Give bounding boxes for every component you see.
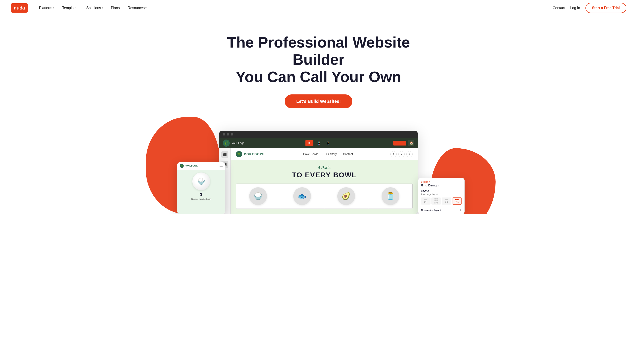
sidebar-layers-icon[interactable]: ⬛ — [221, 151, 228, 158]
bowl-section: 4 Parts TO EVERY BOWL 🍚 🐟 🥑 � — [231, 160, 418, 214]
settings-rearrange-label: Rearrange layout — [421, 193, 462, 196]
phone-header: 🌿 POKEBOWL — [177, 162, 225, 170]
bowl-image-fish: 🐟 — [293, 187, 311, 205]
settings-arrow-icon: ▼ — [460, 209, 462, 211]
social-instagram-icon: ◎ — [406, 151, 413, 157]
solutions-chevron-icon: ▾ — [102, 7, 103, 9]
hero-cta-button[interactable]: Let's Build Websites! — [285, 94, 352, 108]
resources-chevron-icon: ▾ — [145, 7, 147, 9]
bowl-image-rice: 🍚 — [249, 187, 267, 205]
social-facebook-icon: f — [391, 151, 397, 157]
device-mobile-icon[interactable]: 📱 — [324, 140, 332, 146]
bowl-item-4: 🫙 — [368, 184, 412, 208]
bowl-image-sauce: 🫙 — [382, 187, 399, 205]
website-content: 🌿 POKEBOWL Poké Bowls Our Story Contact … — [231, 148, 418, 214]
nav-resources[interactable]: Resources ▾ — [125, 4, 150, 12]
bowl-image-avocado: 🥑 — [337, 187, 355, 205]
phone-mockup: 🌿 POKEBOWL 🍚 1 Rice or noodle base — [177, 162, 225, 214]
bowl-subtitle: 4 Parts — [236, 166, 413, 170]
phone-logo-icon: 🌿 — [180, 164, 184, 168]
phone-bowl-text: Rice or noodle base — [180, 198, 223, 200]
nav-templates[interactable]: Templates — [59, 4, 82, 12]
nav-contact[interactable]: Contact — [553, 6, 565, 10]
editor-logo-icon: 🌿 — [223, 140, 230, 146]
settings-panel: Section > Grid Design Layout Rearrange l… — [418, 178, 465, 214]
site-nav-links: Poké Bowls Our Story Contact — [303, 152, 353, 156]
site-nav-logo: 🌿 POKEBOWL — [236, 151, 266, 157]
device-desktop-icon[interactable]: 🖥 — [305, 140, 313, 146]
browser-dot-green — [231, 133, 233, 136]
settings-panel-title: Grid Design — [421, 184, 462, 187]
brand-logo[interactable]: duda — [11, 3, 28, 12]
settings-layout-label: Layout — [421, 189, 462, 192]
phone-bowl-number: 1 — [180, 192, 223, 197]
phone-logo: 🌿 POKEBOWL — [180, 164, 198, 168]
layout-option-4x1[interactable]: 4×1 — [452, 198, 462, 204]
layout-option-3x1[interactable]: 3×1 — [442, 198, 451, 204]
bowl-item-3: 🥑 — [324, 184, 368, 208]
layout-option-1x4[interactable]: 1×4 — [421, 198, 431, 204]
browser-mockup: 🌿 Your Logo 🖥 📱 📱 🏠 ⬛ ⬛ — [219, 130, 418, 214]
site-nav-logo-icon: 🌿 — [236, 151, 242, 157]
nav-right: Contact Log In Start a Free Trial — [553, 3, 626, 13]
nav-solutions[interactable]: Solutions ▾ — [83, 4, 106, 12]
site-nav-social: f ▶ ◎ — [391, 151, 413, 157]
navbar: duda Platform ▾ Templates Solutions ▾ Pl… — [0, 0, 637, 16]
hero-title: The Professional Website Builder You Can… — [219, 34, 418, 86]
editor-home-icon[interactable]: 🏠 — [408, 140, 414, 146]
browser-dot-yellow — [227, 133, 229, 136]
bowl-item-1: 🍚 — [236, 184, 280, 208]
editor-actions: 🏠 — [393, 140, 414, 146]
platform-chevron-icon: ▾ — [53, 7, 54, 9]
bowl-title: TO EVERY BOWL — [236, 171, 413, 179]
browser-titlebar — [219, 131, 418, 138]
nav-platform[interactable]: Platform ▾ — [36, 4, 58, 12]
nav-trial-button[interactable]: Start a Free Trial — [585, 3, 626, 13]
bowl-item-2: 🐟 — [280, 184, 324, 208]
social-youtube-icon: ▶ — [398, 151, 405, 157]
editor-logo-text: Your Logo — [231, 141, 245, 145]
phone-content: 🍚 1 Rice or noodle base — [177, 170, 225, 214]
phone-hamburger-icon — [220, 165, 223, 167]
editor-body: ⬛ ⬛ 🌿 POKEBOWL Poké Bowls Our Story Cont… — [219, 148, 418, 214]
editor-device-icons: 🖥 📱 📱 — [305, 140, 332, 146]
browser-dots — [223, 133, 233, 136]
editor-logo-area: 🌿 Your Logo — [223, 140, 245, 146]
nav-plans[interactable]: Plans — [108, 4, 123, 12]
device-tablet-icon[interactable]: 📱 — [315, 140, 323, 146]
editor-toolbar: 🌿 Your Logo 🖥 📱 📱 🏠 — [219, 138, 418, 148]
bowl-items-grid: 🍚 🐟 🥑 🫙 — [236, 184, 413, 209]
nav-login[interactable]: Log In — [570, 6, 580, 10]
site-nav: 🌿 POKEBOWL Poké Bowls Our Story Contact … — [231, 148, 418, 160]
editor-publish-button[interactable] — [393, 141, 406, 146]
phone-bowl-image: 🍚 — [192, 172, 210, 190]
layout-options-grid: 1×4 2×2 — [421, 198, 462, 204]
nav-links: Platform ▾ Templates Solutions ▾ Plans R… — [36, 4, 553, 12]
settings-breadcrumb: Section > — [421, 181, 462, 183]
settings-customize-label: Customize layout ▼ — [421, 207, 462, 212]
hero-section: The Professional Website Builder You Can… — [0, 16, 637, 117]
browser-dot-red — [223, 133, 225, 136]
editor-section: 🌿 POKEBOWL 🍚 1 Rice or noodle base — [159, 130, 478, 214]
layout-option-2x2[interactable]: 2×2 — [431, 198, 441, 204]
